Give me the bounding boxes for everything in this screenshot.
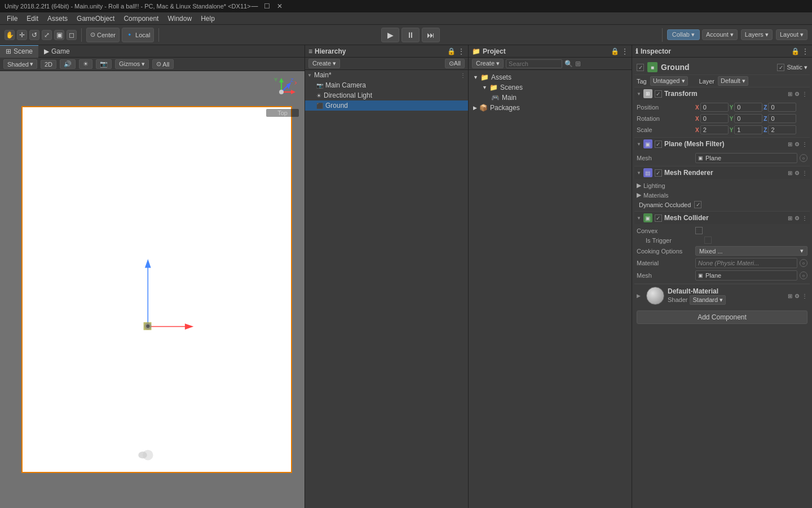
local-button[interactable]: 🔹Local: [122, 28, 154, 42]
is-trigger-checkbox[interactable]: [704, 237, 712, 244]
add-component-button[interactable]: Add Component: [637, 310, 807, 324]
hierarchy-item-ground[interactable]: ⬛ Ground: [305, 100, 468, 111]
hierarchy-all-button[interactable]: ⊙All: [445, 59, 465, 68]
gizmos-dropdown[interactable]: Gizmos ▾: [115, 59, 149, 69]
rotation-z-field[interactable]: 0: [768, 114, 796, 123]
scene-view[interactable]: Z X Y Top: [0, 71, 304, 508]
project-lock-button[interactable]: 🔒: [611, 47, 619, 55]
menu-assets[interactable]: Assets: [43, 14, 72, 24]
meshfilter-settings-icon[interactable]: ⚙: [795, 141, 800, 147]
meshcollider-menu-icon[interactable]: ⊞: [788, 215, 792, 221]
meshrenderer-more-icon[interactable]: ⋮: [802, 170, 807, 176]
shading-dropdown[interactable]: Shaded▾: [3, 59, 37, 69]
rotation-y-field[interactable]: 0: [734, 114, 762, 123]
cooking-options-dropdown[interactable]: Mixed ... ▾: [695, 246, 807, 256]
scale-y-field[interactable]: 1: [734, 125, 762, 134]
layer-dropdown[interactable]: Default ▾: [718, 76, 748, 86]
move-tool-button[interactable]: ✛: [17, 30, 27, 40]
scale-tool-button[interactable]: ⤢: [42, 30, 52, 40]
minimize-button[interactable]: —: [251, 2, 259, 10]
layers-dropdown[interactable]: Layers ▾: [741, 29, 773, 40]
hand-tool-button[interactable]: ✋: [5, 30, 15, 40]
tag-dropdown[interactable]: Untagged ▾: [650, 76, 688, 86]
collab-button[interactable]: Collab ▾: [667, 29, 700, 40]
project-packages-folder[interactable]: ▶ 📦 Packages: [471, 103, 629, 113]
object-active-checkbox[interactable]: [637, 64, 644, 71]
mesh-link-button[interactable]: ○: [800, 154, 807, 162]
lighting-section-header[interactable]: ▶ Lighting: [637, 181, 807, 190]
meshfilter-active-checkbox[interactable]: [655, 141, 662, 148]
play-button[interactable]: ▶: [381, 28, 399, 42]
maximize-button[interactable]: ☐: [263, 2, 271, 10]
hierarchy-scene-root[interactable]: ▼ Main* ⋮: [305, 70, 468, 80]
tab-scene[interactable]: ⊞ Scene: [0, 45, 38, 58]
dynamic-occluded-checkbox[interactable]: [694, 201, 701, 208]
menu-window[interactable]: Window: [163, 14, 196, 24]
rotate-tool-button[interactable]: ↺: [29, 30, 39, 40]
collider-mesh-link-button[interactable]: ○: [800, 271, 807, 279]
2d-button[interactable]: 2D: [41, 60, 56, 69]
materials-section-header[interactable]: ▶ Materials: [637, 190, 807, 200]
mesh-renderer-header[interactable]: ▼ ▤ Mesh Renderer ⊞ ⚙ ⋮: [634, 167, 810, 179]
material-more-icon[interactable]: ⋮: [802, 293, 807, 299]
convex-checkbox[interactable]: [695, 227, 703, 234]
menu-file[interactable]: File: [2, 14, 22, 24]
mesh-filter-header[interactable]: ▼ ▣ Plane (Mesh Filter) ⊞ ⚙ ⋮: [634, 138, 810, 150]
menu-component[interactable]: Component: [119, 14, 163, 24]
all-button[interactable]: ⊙All: [152, 59, 173, 69]
object-name[interactable]: Ground: [661, 63, 774, 72]
hierarchy-item-maincamera[interactable]: 📷 Main Camera: [305, 80, 468, 90]
position-y-field[interactable]: 0: [734, 103, 762, 112]
material-name[interactable]: Default-Material: [668, 287, 784, 295]
scale-z-field[interactable]: 2: [768, 125, 796, 134]
menu-edit[interactable]: Edit: [22, 14, 43, 24]
project-menu-button[interactable]: ⋮: [621, 47, 628, 55]
hierarchy-item-directionallight[interactable]: ☀ Directional Light: [305, 90, 468, 100]
audio-button[interactable]: 🔊: [60, 59, 76, 69]
meshfilter-menu-icon[interactable]: ⊞: [788, 141, 792, 147]
transform-tool-button[interactable]: ◻: [67, 30, 77, 40]
transform-menu-icon[interactable]: ⊞: [788, 91, 792, 97]
meshrenderer-settings-icon[interactable]: ⚙: [795, 170, 800, 176]
hierarchy-lock-button[interactable]: 🔒: [447, 47, 456, 55]
material-menu-icon[interactable]: ⊞: [788, 293, 792, 299]
layout-dropdown[interactable]: Layout ▾: [776, 29, 807, 40]
meshcollider-settings-icon[interactable]: ⚙: [795, 215, 800, 221]
close-button[interactable]: ✕: [276, 2, 284, 10]
inspector-lock-button[interactable]: 🔒: [791, 47, 800, 55]
top-label[interactable]: Top: [266, 109, 299, 117]
camera-button[interactable]: 📷: [96, 59, 112, 69]
pause-button[interactable]: ⏸: [401, 28, 420, 42]
account-dropdown[interactable]: Account ▾: [702, 29, 738, 40]
tab-game[interactable]: ▶ Game: [38, 45, 76, 58]
effects-button[interactable]: ☀: [79, 59, 92, 69]
rect-tool-button[interactable]: ▣: [54, 30, 64, 40]
meshrenderer-menu-icon[interactable]: ⊞: [788, 170, 792, 176]
material-settings-icon[interactable]: ⚙: [795, 293, 800, 299]
project-scenes-folder[interactable]: ▼ 📁 Scenes: [471, 82, 629, 93]
meshcollider-more-icon[interactable]: ⋮: [802, 215, 807, 221]
material-preview[interactable]: [646, 287, 664, 305]
inspector-menu-button[interactable]: ⋮: [802, 47, 809, 55]
hierarchy-menu-button[interactable]: ⋮: [458, 47, 465, 55]
position-x-field[interactable]: 0: [700, 103, 729, 112]
static-checkbox[interactable]: [777, 64, 784, 71]
collider-material-link-button[interactable]: ○: [800, 259, 807, 267]
collider-material-value[interactable]: None (Physic Materi...: [695, 258, 797, 268]
transform-header[interactable]: ▼ ⊞ Transform ⊞ ⚙ ⋮: [634, 87, 810, 100]
scale-x-field[interactable]: 2: [700, 125, 729, 134]
transform-active-checkbox[interactable]: [655, 90, 662, 98]
step-button[interactable]: ⏭: [422, 28, 440, 42]
rotation-x-field[interactable]: 0: [700, 114, 729, 123]
mesh-collider-header[interactable]: ▼ ▣ Mesh Collider ⊞ ⚙ ⋮: [634, 212, 810, 224]
menu-gameobject[interactable]: GameObject: [72, 14, 119, 24]
mesh-value[interactable]: ▣ Plane: [695, 153, 797, 163]
menu-help[interactable]: Help: [196, 14, 219, 24]
collider-mesh-value[interactable]: ▣ Plane: [695, 270, 797, 281]
project-search-input[interactable]: [506, 59, 562, 68]
project-create-button[interactable]: Create ▾: [472, 59, 504, 68]
transform-more-icon[interactable]: ⋮: [802, 91, 807, 97]
project-main-scene[interactable]: 🎮 Main: [471, 93, 629, 103]
shader-dropdown[interactable]: Standard ▾: [690, 295, 726, 305]
transform-settings-icon[interactable]: ⚙: [795, 91, 800, 97]
